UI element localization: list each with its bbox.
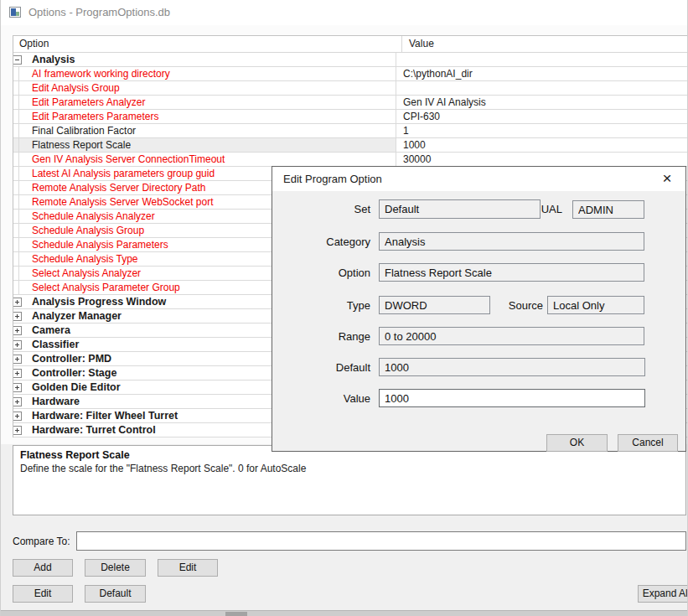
option-label: Classifier xyxy=(32,339,79,350)
option-label: Remote Analysis Server Directory Path xyxy=(32,182,205,194)
table-header: Option Value xyxy=(13,36,688,53)
option-label: Schedule Analysis Parameters xyxy=(32,239,168,251)
option-label: Hardware: Filter Wheel Turret xyxy=(32,410,178,422)
option-label: Schedule Analysis Type xyxy=(32,253,138,265)
option-label: Select Analysis Parameter Group xyxy=(32,282,180,293)
edit-button-top[interactable]: Edit xyxy=(158,559,218,577)
ual-field xyxy=(572,200,644,219)
range-field xyxy=(379,327,644,345)
expand-all-button[interactable]: Expand All xyxy=(638,585,688,603)
option-label: Hardware: Turret Control xyxy=(32,424,156,436)
table-row[interactable]: Edit Parameters ParametersCPI-630 xyxy=(13,110,688,124)
default-label: Default xyxy=(272,361,370,374)
option-label: Gen IV Analysis Server ConnectionTimeout xyxy=(32,153,225,165)
edit-program-option-dialog: Edit Program Option × Set UAL Category O… xyxy=(272,166,686,452)
option-value: CPI-630 xyxy=(403,111,440,122)
table-row[interactable]: AI framework working directoryC:\pythonA… xyxy=(13,67,688,81)
expand-icon[interactable] xyxy=(13,298,22,307)
horizontal-scrollbar[interactable] xyxy=(1,610,688,616)
collapse-icon[interactable] xyxy=(13,55,22,65)
option-value: 30000 xyxy=(403,153,431,165)
table-row[interactable]: Flatness Report Scale1000 xyxy=(13,138,688,153)
option-value: 1 xyxy=(403,125,409,137)
column-header-value[interactable]: Value xyxy=(401,36,688,52)
options-window: Options - ProgramOptions.db Option Value… xyxy=(0,0,688,616)
ual-label: UAL xyxy=(470,203,562,215)
expand-icon[interactable] xyxy=(13,340,22,349)
source-label: Source xyxy=(445,299,543,312)
app-icon xyxy=(9,7,21,18)
option-label: Analysis xyxy=(32,54,75,65)
set-label: Set xyxy=(272,203,370,215)
option-label: Edit Parameters Analyzer xyxy=(32,96,145,108)
compare-to-label: Compare To: xyxy=(13,536,70,547)
column-header-option[interactable]: Option xyxy=(13,36,401,52)
source-field xyxy=(547,296,644,314)
expand-icon[interactable] xyxy=(13,397,22,406)
option-label: Camera xyxy=(32,324,70,336)
option-label: Analysis Progress Window xyxy=(32,296,166,308)
table-row[interactable]: Edit Parameters AnalyzerGen IV AI Analys… xyxy=(13,96,688,110)
close-icon[interactable]: × xyxy=(657,168,677,189)
description-panel: Flatness Report Scale Define the scale f… xyxy=(13,445,686,515)
expand-icon[interactable] xyxy=(13,369,22,378)
category-field xyxy=(379,232,644,251)
range-label: Range xyxy=(272,330,370,343)
table-row[interactable]: Analysis xyxy=(13,53,688,67)
cancel-button[interactable]: Cancel xyxy=(618,434,678,452)
scrollbar-thumb[interactable] xyxy=(225,612,247,616)
option-label: Analyzer Manager xyxy=(32,310,122,322)
table-row[interactable]: Final Calibration Factor1 xyxy=(13,124,688,138)
table-row[interactable]: Gen IV Analysis Server ConnectionTimeout… xyxy=(13,153,688,167)
option-label: Schedule Analysis Group xyxy=(32,225,144,236)
expand-icon[interactable] xyxy=(13,383,22,392)
expand-icon[interactable] xyxy=(13,355,22,364)
edit-button-bottom[interactable]: Edit xyxy=(13,585,73,603)
option-value: C:\pythonAI_dir xyxy=(403,68,473,80)
expand-icon[interactable] xyxy=(13,312,22,321)
category-label: Category xyxy=(272,236,370,248)
default-field xyxy=(379,358,645,376)
expand-icon[interactable] xyxy=(13,426,22,435)
table-row[interactable]: Edit Analysis Group xyxy=(13,81,688,96)
dialog-title: Edit Program Option xyxy=(283,173,382,185)
option-label: Latest AI Analysis parameters group guid xyxy=(32,168,215,179)
option-label: Golden Die Editor xyxy=(32,381,121,393)
option-label: Hardware xyxy=(32,396,80,407)
description-text: Define the scale for the "Flatness Repor… xyxy=(20,463,679,474)
window-title: Options - ProgramOptions.db xyxy=(28,6,170,18)
expand-icon[interactable] xyxy=(13,326,22,335)
option-value: 1000 xyxy=(403,139,426,151)
value-field[interactable] xyxy=(379,389,645,407)
add-button[interactable]: Add xyxy=(13,559,73,577)
ok-button[interactable]: OK xyxy=(546,434,608,452)
value-label: Value xyxy=(272,392,370,405)
option-label: Controller: PMD xyxy=(32,353,111,365)
option-label: Option xyxy=(272,267,370,279)
option-label: Select Analysis Analyzer xyxy=(32,267,141,279)
option-label: Schedule Analysis Analyzer xyxy=(32,210,155,222)
option-label: Remote Analysis Server WebSocket port xyxy=(32,196,214,208)
type-label: Type xyxy=(272,299,370,312)
option-label: Controller: Stage xyxy=(32,367,116,379)
option-label: Flatness Report Scale xyxy=(32,139,131,151)
expand-icon[interactable] xyxy=(13,412,22,421)
option-label: Edit Parameters Parameters xyxy=(32,111,158,122)
delete-button[interactable]: Delete xyxy=(85,559,146,577)
option-field xyxy=(379,263,644,282)
default-button[interactable]: Default xyxy=(85,585,146,603)
option-label: Edit Analysis Group xyxy=(32,82,120,94)
title-bar: Options - ProgramOptions.db xyxy=(1,0,687,25)
dialog-title-bar: Edit Program Option × xyxy=(272,167,685,191)
option-value: Gen IV AI Analysis xyxy=(403,96,486,108)
option-label: Final Calibration Factor xyxy=(32,125,136,137)
compare-to-input[interactable] xyxy=(76,531,686,551)
option-label: AI framework working directory xyxy=(32,68,170,80)
